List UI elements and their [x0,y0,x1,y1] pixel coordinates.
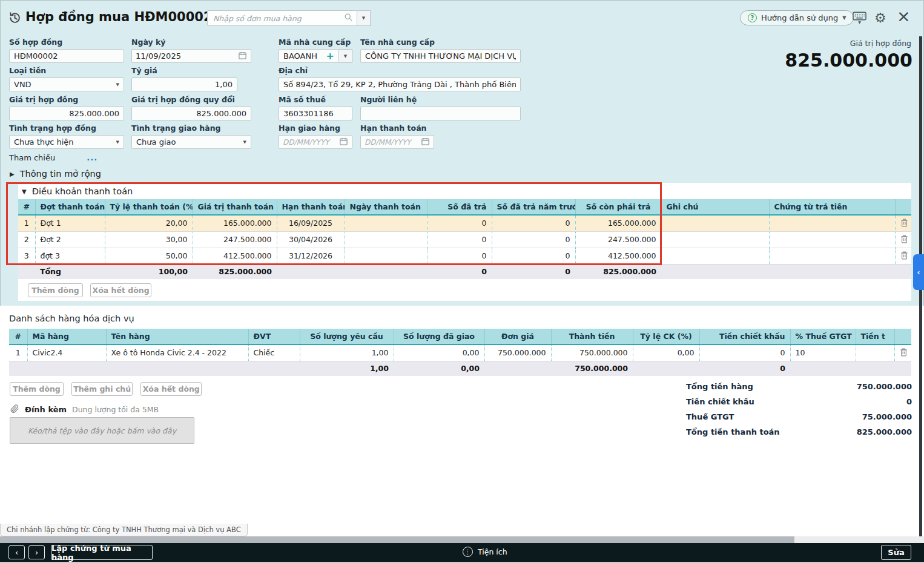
help-button[interactable]: ? Hướng dẫn sử dụng ▼ [740,10,854,25]
cell-deadline[interactable]: 30/04/2026 [277,231,345,248]
side-panel-toggle[interactable]: ‹ [913,254,924,290]
cell-pay-date[interactable] [345,215,427,231]
cell-note[interactable] [661,248,769,264]
contact-person-input[interactable] [360,107,521,120]
delete-row-icon[interactable] [900,251,908,260]
cell-paid[interactable]: 0 [427,215,492,231]
cell-vat-amount[interactable] [856,344,894,361]
cell-payment-doc[interactable] [769,215,895,231]
cell-remaining[interactable]: 412.500.000 [575,248,661,264]
cell-pay-date[interactable] [345,231,427,248]
supplier-name-label: Tên nhà cung cấp [360,38,521,47]
cell-rate[interactable]: 20,00 [105,215,193,231]
cell-amount[interactable]: 247.500.000 [193,231,277,248]
delivery-deadline-input[interactable] [279,135,352,149]
cell-qty-requested[interactable]: 1,00 [300,344,394,361]
edit-button[interactable]: Sửa [881,545,911,560]
cell-remaining[interactable]: 247.500.000 [575,231,661,248]
cell-deadline[interactable]: 16/09/2025 [277,215,345,231]
contract-amount-input[interactable] [9,107,124,120]
cell-installment[interactable]: Đợt 1 [35,215,105,231]
cell-line-amount[interactable]: 750.000.000 [551,344,633,361]
payment-clear-rows-button[interactable]: Xóa hết dòng [90,283,151,297]
contract-amount-converted-input[interactable] [131,107,251,120]
cell-amount[interactable]: 412.500.000 [193,248,277,264]
contract-status-value: Chưa thực hiện [14,137,74,147]
history-icon[interactable] [8,11,22,27]
cell-qty-delivered[interactable]: 0,00 [394,344,484,361]
field-address: Địa chỉ [279,66,521,91]
cell-paid-prev-year[interactable]: 0 [492,231,575,248]
products-add-note-button[interactable]: Thêm ghi chú [71,382,133,396]
cell-rate[interactable]: 30,00 [105,231,193,248]
cell-paid-prev-year[interactable]: 0 [492,215,575,231]
col-item-name: Tên hàng [106,329,248,344]
prev-record-button[interactable]: ‹ [8,545,25,559]
products-clear-rows-button[interactable]: Xóa hết dòng [140,382,202,396]
cell-paid[interactable]: 0 [427,248,492,264]
cell-vat-rate[interactable]: 10 [790,344,856,361]
close-icon[interactable]: × [897,10,911,23]
order-search-dropdown-button[interactable]: ▼ [357,10,371,26]
cell-installment[interactable]: đợt 3 [35,248,105,264]
cell-discount-rate[interactable]: 0,00 [633,344,699,361]
cell-discount-amount[interactable]: 0 [699,344,790,361]
exchange-rate-input[interactable] [131,77,237,91]
cell-remaining[interactable]: 165.000.000 [575,215,661,231]
payment-add-row-button[interactable]: Thêm dòng [28,283,83,297]
cell-rate[interactable]: 50,00 [105,248,193,264]
cell-note[interactable] [661,231,769,248]
add-supplier-icon[interactable]: + [326,52,334,61]
delete-row-icon[interactable] [900,234,908,243]
currency-select[interactable]: VND▼ [9,77,124,91]
cell-payment-doc[interactable] [769,231,895,248]
payment-deadline-input[interactable] [360,135,434,149]
field-exchange-rate: Tỷ giá [131,66,237,91]
contract-status-select[interactable]: Chưa thực hiện▼ [9,135,124,149]
field-contract-no: Số hợp đồng [9,38,124,63]
calendar-icon[interactable] [421,137,430,148]
supplier-dropdown-button[interactable]: ▼ [339,49,352,63]
calendar-icon[interactable] [339,137,348,148]
cell-unit-price[interactable]: 750.000.000 [484,344,551,361]
field-delivery-status: Tình trạng giao hàng Chưa giao▼ [131,123,251,149]
cell-installment[interactable]: Đợt 2 [35,231,105,248]
cell-item-name[interactable]: Xe ô tô Honda Civic 2.4 - 2022 [106,344,248,361]
delivery-status-select[interactable]: Chưa giao▼ [131,135,251,149]
products-add-row-button[interactable]: Thêm dòng [10,382,64,396]
cell-payment-doc[interactable] [769,248,895,264]
col-unit: ĐVT [248,329,300,344]
file-dropzone[interactable]: Kéo/thả tệp vào đây hoặc bấm vào đây [10,417,194,444]
delete-row-icon[interactable] [900,218,908,227]
products-total-row: 1,00 0,00 750.000.000 0 [9,361,911,376]
section-payment-terms[interactable]: ▼ Điều khoản thanh toán [22,186,911,196]
cell-paid-prev-year[interactable]: 0 [492,248,575,264]
order-search-input[interactable] [213,14,344,23]
utilities-button[interactable]: ⋮ Tiện ích [463,547,507,557]
sign-date-input[interactable] [131,49,251,63]
create-purchase-doc-button[interactable]: Lập chứng từ mua hàng [51,545,153,560]
next-record-button[interactable]: › [28,545,45,559]
keyboard-icon[interactable]: ▼ [853,12,866,24]
cell-note[interactable] [661,215,769,231]
cell-item-code[interactable]: Civic2.4 [27,344,106,361]
section-extended-info[interactable]: ▶ Thông tin mở rộng [10,169,101,179]
cell-unit[interactable]: Chiếc [248,344,300,361]
order-search-box[interactable] [207,10,357,26]
cell-deadline[interactable]: 31/12/2026 [277,248,345,264]
contract-no-input[interactable] [9,49,124,63]
calendar-icon[interactable] [238,51,247,62]
reference-row: Tham chiếu ... [9,153,97,162]
scrollbar-thumb[interactable] [0,536,794,543]
cell-paid[interactable]: 0 [427,231,492,248]
cell-pay-date[interactable] [345,248,427,264]
gear-icon[interactable]: ⚙ [874,10,886,25]
tax-code-input[interactable] [279,107,352,120]
address-input[interactable] [279,77,521,91]
delete-row-icon[interactable] [900,347,908,357]
reference-link[interactable]: ... [87,153,97,162]
utilities-label: Tiện ích [478,547,507,556]
supplier-code-input[interactable]: BAOANH + [279,49,339,63]
supplier-name-input[interactable] [360,49,521,63]
cell-amount[interactable]: 165.000.000 [193,215,277,231]
